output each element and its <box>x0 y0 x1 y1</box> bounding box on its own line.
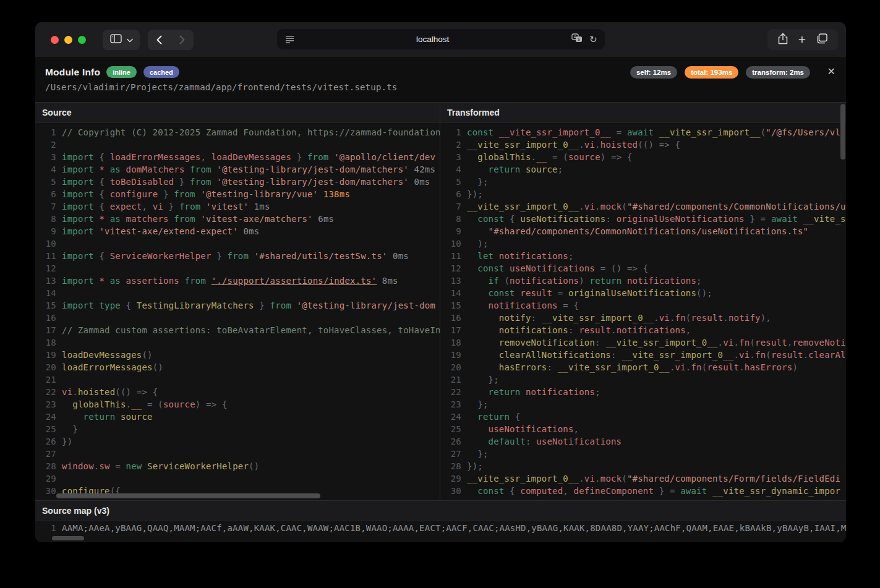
close-window-button[interactable] <box>51 36 59 44</box>
code-content: return notifications; <box>467 387 600 399</box>
reader-icon[interactable] <box>285 35 294 43</box>
code-line: 20loadErrorMessages() <box>35 362 440 375</box>
token: hasErrors <box>745 362 793 372</box>
token <box>115 412 121 422</box>
code-content: loadDevMessages() <box>62 350 153 362</box>
sourcemap-scrollbar[interactable] <box>52 536 84 540</box>
code-line: 9 "#shared/components/CommonNotification… <box>440 226 846 239</box>
token: from <box>179 202 201 211</box>
token <box>798 214 803 224</box>
token: } <box>254 300 270 310</box>
token <box>467 251 477 261</box>
vertical-scrollbar[interactable] <box>840 104 845 160</box>
line-number: 4 <box>35 164 56 177</box>
code-line: 1// Copyright (C) 2012-2025 Zammad Found… <box>35 127 440 140</box>
reload-icon[interactable]: ↻ <box>589 35 597 44</box>
token: configure <box>110 189 158 199</box>
code-line: 15 notifications = { <box>440 300 846 313</box>
token: from <box>190 164 211 174</box>
token: } = <box>654 486 680 496</box>
token <box>622 276 627 286</box>
line-number: 11 <box>440 251 461 263</box>
token: source <box>526 164 558 174</box>
line-number: 27 <box>35 449 56 461</box>
share-icon[interactable] <box>778 33 788 47</box>
code-panels: Source 1// Copyright (C) 2012-2025 Zamma… <box>35 103 846 500</box>
sidebar-toggle-button[interactable] <box>103 30 140 50</box>
token: ServiceWorkerHelper <box>110 251 211 261</box>
translate-icon[interactable]: $A <box>571 33 583 45</box>
code-content: loadErrorMessages() <box>62 362 163 375</box>
browser-toolbar: localhost $A ↻ + <box>35 22 846 57</box>
token: __vite_ssr_import_0__ <box>605 338 717 347</box>
token <box>467 288 489 298</box>
code-line: 19loadDevMessages() <box>35 350 440 362</box>
token: * <box>99 214 105 224</box>
sourcemap-line: 1 AAMA;AAeA,yBAAG,QAAQ,MAAM;AACf,aAAW,KA… <box>35 523 846 535</box>
browser-window: localhost $A ↻ + Module Info inlinecache… <box>35 22 846 542</box>
token: vi <box>723 338 733 347</box>
token: (() => { <box>115 387 158 397</box>
code-content: notify: __vite_ssr_import_0__.vi.fn(resu… <box>467 313 771 325</box>
tab-overview-icon[interactable] <box>816 33 827 46</box>
sourcemap-section: Source map (v3) 1 AAMA;AAeA,yBAAG,QAAQ,M… <box>35 500 846 542</box>
code-content: const { computed, defineComponent } = aw… <box>467 486 840 498</box>
forward-button[interactable] <box>171 35 194 45</box>
minimize-window-button[interactable] <box>64 36 72 44</box>
token: "/@fs/Users/vlad <box>766 127 846 137</box>
line-number: 17 <box>35 325 56 338</box>
code-line: 22 return notifications; <box>440 387 846 399</box>
token: ; <box>558 164 563 174</box>
token: '@testing-library/jest-dom/matchers' <box>216 177 409 187</box>
line-number: 21 <box>440 375 461 387</box>
status-badge: inline <box>106 66 137 78</box>
line-number: 3 <box>35 152 56 164</box>
token: ) <box>579 276 589 286</box>
line-number: 23 <box>35 399 56 412</box>
address-bar[interactable]: localhost $A ↻ <box>277 29 605 49</box>
token: , <box>563 486 573 496</box>
token: './support/assertions/index.ts' <box>211 276 377 286</box>
token: . <box>654 313 659 323</box>
url-text[interactable]: localhost <box>294 35 571 44</box>
code-line: 27 <box>35 449 440 461</box>
token: fn <box>739 338 750 347</box>
token: mock <box>600 202 622 211</box>
horizontal-scrollbar[interactable] <box>56 493 320 498</box>
line-number: 10 <box>35 239 56 251</box>
timing-badge: transform: 2ms <box>746 66 810 79</box>
code-content: import 'vitest-axe/extend-expect' 0ms <box>62 226 259 239</box>
token <box>179 276 185 286</box>
token: * <box>99 276 105 286</box>
code-line: 3import { loadErrorMessages, loadDevMess… <box>35 152 440 164</box>
new-tab-icon[interactable]: + <box>798 33 806 46</box>
token: useNotifications <box>520 214 605 224</box>
line-number: 5 <box>35 177 56 189</box>
back-button[interactable] <box>148 35 171 45</box>
token: let <box>477 251 493 261</box>
token: . <box>595 474 600 484</box>
maximize-window-button[interactable] <box>78 36 86 44</box>
line-number: 8 <box>35 214 56 226</box>
svg-text:$: $ <box>578 37 580 42</box>
token <box>105 214 110 224</box>
line-number: 12 <box>35 263 56 276</box>
code-line: 25 } <box>35 424 440 437</box>
token <box>249 251 254 261</box>
token: = { <box>558 300 579 310</box>
code-line: 8import * as matchers from 'vitest-axe/m… <box>35 214 440 226</box>
close-icon[interactable]: ✕ <box>827 66 835 77</box>
code-line: 17// Zammad custom assertions: toBeAvata… <box>35 325 440 338</box>
code-line: 7__vite_ssr_import_0__.vi.mock("#shared/… <box>440 202 846 214</box>
line-number: 5 <box>440 177 461 189</box>
line-number: 27 <box>440 449 461 461</box>
timing-badge: self: 12ms <box>630 66 677 79</box>
token: globalThis <box>72 399 126 409</box>
sourcemap-mappings: AAMA;AAeA,yBAAG,QAAQ,MAAM;AACf,aAAW,KAAK… <box>62 523 846 535</box>
token: . <box>579 140 584 150</box>
code-content: import type { TestingLibraryMatchers } f… <box>62 300 435 313</box>
token: { <box>94 189 110 199</box>
code-content: __vite_ssr_import_0__.vi.mock("#shared/c… <box>467 474 840 486</box>
line-number: 9 <box>35 226 56 239</box>
transformed-panel-title: Transformed <box>440 103 846 123</box>
